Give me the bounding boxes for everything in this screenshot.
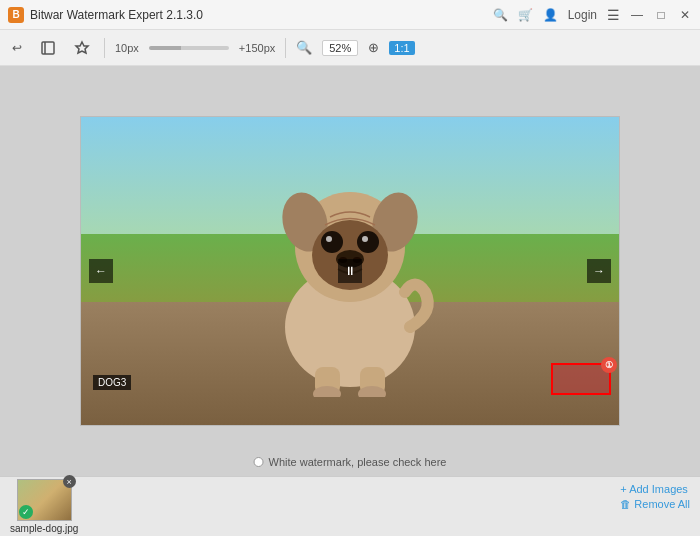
minimize-button[interactable]: — [630,8,644,22]
nav-left-button[interactable]: ← [89,259,113,283]
add-images-button[interactable]: + Add Images [620,483,690,495]
zoom-in-icon[interactable]: ⊕ [368,40,379,55]
image-label: DOG3 [93,375,131,390]
effect-button[interactable] [70,38,94,58]
remove-all-button[interactable]: 🗑 Remove All [620,498,690,510]
titlebar-left: B Bitwar Watermark Expert 2.1.3.0 [8,7,203,23]
separator-1 [104,38,105,58]
app-title: Bitwar Watermark Expert 2.1.3.0 [30,8,203,22]
image-container: ← → ⏸ DOG3 ① [80,116,620,426]
svg-point-10 [326,236,332,242]
login-label[interactable]: Login [568,8,597,22]
user-icon: 👤 [543,8,558,22]
cart-icon[interactable]: 🛒 [518,8,533,22]
badge-1: ① [601,357,617,373]
svg-point-9 [357,231,379,253]
action-links: + Add Images 🗑 Remove All [620,483,690,510]
thumbnail-filename: sample-dog.jpg [10,523,78,534]
crop-button[interactable] [36,38,60,58]
maximize-button[interactable]: □ [654,8,668,22]
nav-right-button[interactable]: → [587,259,611,283]
title-bar: B Bitwar Watermark Expert 2.1.3.0 🔍 🛒 👤 … [0,0,700,30]
watermark-red-area [553,365,609,393]
thumbnail-panel: ✓ × sample-dog.jpg + Add Images 🗑 Remove… [0,476,700,536]
titlebar-right: 🔍 🛒 👤 Login ☰ — □ ✕ [493,7,692,23]
app-logo: B [8,7,24,23]
size-slider[interactable] [149,46,229,50]
watermark-notice: White watermark, please check here [254,456,447,468]
zoom-out-icon[interactable]: 🔍 [296,40,312,55]
size-min-label: 10px [115,42,139,54]
watermark-notice-text: White watermark, please check here [269,456,447,468]
watermark-highlight: ① [551,363,611,395]
separator-2 [285,38,286,58]
pause-button[interactable]: ⏸ [338,259,362,283]
svg-marker-2 [76,42,88,53]
back-toolbar-button[interactable]: ↩ [8,39,26,57]
main-area: ← → ⏸ DOG3 ① White watermark, please che… [0,66,700,476]
toolbar: ↩ 10px +150px 🔍 52% ⊕ 1:1 [0,30,700,66]
thumbnail-check-icon: ✓ [19,505,33,519]
size-max-label: +150px [239,42,275,54]
radio-dot [254,457,264,467]
thumbnail-container: ✓ × [17,479,72,521]
zoom-percent: 52% [322,40,358,56]
zoom-preset-button[interactable]: 1:1 [389,41,414,55]
image-viewer: ← → ⏸ DOG3 ① White watermark, please che… [0,66,700,476]
close-button[interactable]: ✕ [678,8,692,22]
svg-rect-0 [42,42,54,54]
thumbnail-close-button[interactable]: × [63,475,76,488]
svg-point-8 [321,231,343,253]
svg-point-11 [362,236,368,242]
search-icon[interactable]: 🔍 [493,8,508,22]
menu-icon[interactable]: ☰ [607,7,620,23]
